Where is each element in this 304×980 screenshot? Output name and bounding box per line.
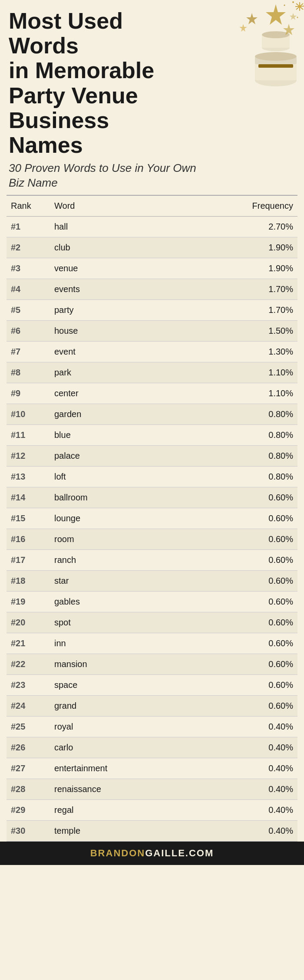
cell-word: star xyxy=(50,570,159,591)
header-section: Most Used Words in Memorable Party Venue… xyxy=(0,0,304,195)
cell-frequency: 0.80% xyxy=(159,424,297,445)
cell-frequency: 1.10% xyxy=(159,362,297,383)
cell-rank: #25 xyxy=(7,716,50,737)
table-row: #13loft0.80% xyxy=(7,466,297,487)
cell-frequency: 0.60% xyxy=(159,612,297,633)
cell-frequency: 0.60% xyxy=(159,674,297,695)
table-row: #11blue0.80% xyxy=(7,424,297,445)
page-wrapper: Most Used Words in Memorable Party Venue… xyxy=(0,0,304,865)
words-table: Rank Word Frequency #1hall2.70%#2club1.9… xyxy=(7,195,297,842)
cell-rank: #11 xyxy=(7,424,50,445)
table-row: #15lounge0.60% xyxy=(7,508,297,529)
svg-point-22 xyxy=(292,1,294,3)
table-row: #28renaissance0.40% xyxy=(7,779,297,799)
cell-word: regal xyxy=(50,799,159,820)
table-row: #12palace0.80% xyxy=(7,445,297,466)
footer-domain: GAILLE.COM xyxy=(145,848,214,858)
cell-rank: #27 xyxy=(7,758,50,779)
cell-frequency: 0.40% xyxy=(159,799,297,820)
cell-word: room xyxy=(50,529,159,549)
col-word: Word xyxy=(50,195,159,217)
table-row: #17ranch0.60% xyxy=(7,549,297,570)
cell-frequency: 0.40% xyxy=(159,758,297,779)
cell-word: party xyxy=(50,299,159,320)
table-row: #5party1.70% xyxy=(7,299,297,320)
cell-word: palace xyxy=(50,445,159,466)
cell-word: blue xyxy=(50,424,159,445)
svg-marker-12 xyxy=(290,13,297,20)
cell-rank: #19 xyxy=(7,591,50,612)
footer-text: BRANDONGAILLE.COM xyxy=(90,848,214,858)
footer: BRANDONGAILLE.COM xyxy=(0,842,304,865)
cell-word: park xyxy=(50,362,159,383)
cell-word: royal xyxy=(50,716,159,737)
cell-word: club xyxy=(50,237,159,258)
table-row: #22mansion0.60% xyxy=(7,654,297,674)
table-row: #9center1.10% xyxy=(7,383,297,404)
cell-rank: #16 xyxy=(7,529,50,549)
svg-marker-8 xyxy=(266,4,286,25)
cell-frequency: 0.60% xyxy=(159,529,297,549)
cell-word: loft xyxy=(50,466,159,487)
cell-rank: #13 xyxy=(7,466,50,487)
cell-word: spot xyxy=(50,612,159,633)
table-row: #19gables0.60% xyxy=(7,591,297,612)
svg-point-21 xyxy=(298,5,301,8)
cell-word: venue xyxy=(50,258,159,279)
cell-rank: #22 xyxy=(7,654,50,674)
cell-frequency: 0.40% xyxy=(159,737,297,758)
cell-frequency: 0.40% xyxy=(159,820,297,841)
table-header-row: Rank Word Frequency xyxy=(7,195,297,217)
cell-rank: #17 xyxy=(7,549,50,570)
svg-rect-7 xyxy=(258,64,293,68)
table-row: #3venue1.90% xyxy=(7,258,297,279)
cell-word: house xyxy=(50,320,159,341)
cell-frequency: 1.10% xyxy=(159,383,297,404)
cell-frequency: 0.60% xyxy=(159,695,297,716)
table-row: #29regal0.40% xyxy=(7,799,297,820)
cell-frequency: 1.90% xyxy=(159,258,297,279)
cell-rank: #2 xyxy=(7,237,50,258)
cell-rank: #21 xyxy=(7,633,50,654)
cell-frequency: 1.30% xyxy=(159,341,297,362)
cell-word: entertainment xyxy=(50,758,159,779)
svg-marker-11 xyxy=(239,24,247,32)
cell-frequency: 0.40% xyxy=(159,716,297,737)
cell-rank: #1 xyxy=(7,216,50,237)
cell-frequency: 0.60% xyxy=(159,487,297,508)
cell-frequency: 0.80% xyxy=(159,466,297,487)
cell-rank: #29 xyxy=(7,799,50,820)
cell-frequency: 0.60% xyxy=(159,591,297,612)
subtitle: 30 Proven Words to Use in Your Own Biz N… xyxy=(9,161,200,191)
cell-word: temple xyxy=(50,820,159,841)
cell-frequency: 0.60% xyxy=(159,570,297,591)
cell-rank: #18 xyxy=(7,570,50,591)
cell-rank: #10 xyxy=(7,404,50,424)
table-row: #4events1.70% xyxy=(7,279,297,299)
svg-point-3 xyxy=(255,52,297,61)
cell-rank: #7 xyxy=(7,341,50,362)
cell-frequency: 1.90% xyxy=(159,237,297,258)
cell-rank: #20 xyxy=(7,612,50,633)
table-row: #27entertainment0.40% xyxy=(7,758,297,779)
main-title: Most Used Words in Memorable Party Venue… xyxy=(9,9,182,158)
table-row: #24grand0.60% xyxy=(7,695,297,716)
cell-rank: #14 xyxy=(7,487,50,508)
cell-rank: #23 xyxy=(7,674,50,695)
cell-rank: #24 xyxy=(7,695,50,716)
header-decoration xyxy=(208,0,304,95)
cell-rank: #9 xyxy=(7,383,50,404)
table-row: #10garden0.80% xyxy=(7,404,297,424)
cell-rank: #5 xyxy=(7,299,50,320)
cell-word: center xyxy=(50,383,159,404)
cell-rank: #6 xyxy=(7,320,50,341)
cell-rank: #4 xyxy=(7,279,50,299)
table-row: #14ballroom0.60% xyxy=(7,487,297,508)
table-row: #21inn0.60% xyxy=(7,633,297,654)
cell-word: grand xyxy=(50,695,159,716)
table-row: #2club1.90% xyxy=(7,237,297,258)
table-row: #18star0.60% xyxy=(7,570,297,591)
cell-word: events xyxy=(50,279,159,299)
table-row: #20spot0.60% xyxy=(7,612,297,633)
cell-word: gables xyxy=(50,591,159,612)
